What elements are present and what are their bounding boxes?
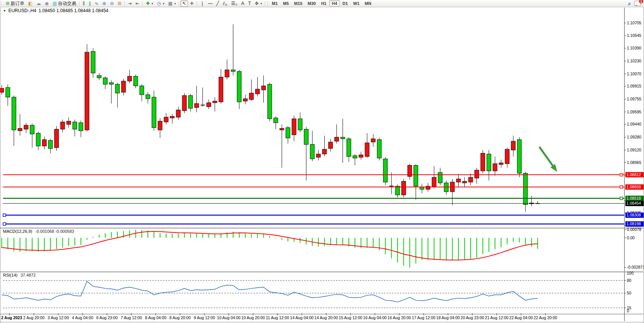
candle — [481, 153, 485, 171]
price-tag-label: 1.08308 — [626, 213, 641, 217]
chevron-down-icon[interactable]: ▾ — [151, 2, 153, 5]
sound-icon: ◉ — [45, 1, 48, 6]
price-tag-label: 1.08518 — [626, 196, 641, 200]
candle — [213, 101, 217, 103]
macd-values: -0.001068 -0.000583 — [35, 229, 74, 234]
window-bottom-strip — [0, 321, 643, 323]
timeframe-m1[interactable]: M1 — [269, 0, 280, 6]
trendline-button[interactable]: ╱ — [214, 0, 221, 7]
templates-button[interactable]: ▦▾ — [166, 0, 178, 7]
line-handle[interactable] — [620, 173, 623, 176]
line-chart-button[interactable]: ∿ — [93, 0, 100, 7]
rsi-name: RSI(14) — [3, 273, 18, 277]
search-icon[interactable]: ⌕ — [628, 0, 631, 7]
text-icon: A — [241, 1, 244, 6]
rsi-tick-label: 0 — [627, 309, 629, 313]
indicators-button[interactable]: ✚▾ — [144, 0, 155, 7]
fibonacci-button[interactable]: ☰F — [229, 0, 239, 7]
candle — [176, 110, 180, 117]
text-label-button[interactable]: T — [246, 0, 253, 7]
auto-scroll-button[interactable]: ⇤ — [134, 0, 141, 7]
time-tick-label: 6 Aug 23:00 — [96, 315, 118, 320]
time-tick-label: 14 Aug 20:00 — [314, 315, 338, 320]
cursor-button[interactable]: ↖ — [180, 0, 188, 7]
candle — [54, 129, 59, 148]
candle — [219, 77, 223, 102]
toolbar-separator — [268, 1, 268, 6]
candle — [103, 78, 107, 84]
candle — [158, 121, 162, 130]
rsi-label[interactable]: RSI(14) 37.4872 — [3, 273, 36, 277]
channel-button[interactable]: ⫽E — [221, 0, 230, 7]
line-handle[interactable] — [620, 186, 623, 188]
candle — [255, 89, 260, 94]
vertical-line-button[interactable]: ❘ — [198, 0, 206, 7]
candle — [128, 76, 132, 81]
horizontal-line-button[interactable]: ― — [206, 0, 214, 7]
time-tick-label: 8 Aug 04:00 — [145, 315, 166, 320]
price-tick-label: 1.08965 — [627, 160, 641, 165]
line-handle[interactable] — [620, 197, 623, 200]
time-tick-label: 14 Aug 04:00 — [290, 315, 314, 320]
collapse-arrow-icon[interactable]: ▼ — [3, 9, 6, 13]
zoom-in-button[interactable]: ⊕ — [100, 0, 108, 7]
text-button[interactable]: A — [239, 0, 246, 7]
time-tick-label: 10 Aug 04:00 — [217, 315, 241, 320]
bar-chart-button[interactable]: ⫼ — [81, 0, 87, 7]
chart-shift-button[interactable]: ⇥ — [126, 0, 134, 7]
chart-symbol-period: EURUSD-,H4 — [8, 8, 36, 13]
candle — [328, 142, 333, 148]
timeframe-h4[interactable]: H4 — [329, 0, 340, 6]
candle — [280, 128, 284, 130]
price-tick-label: 1.10390 — [627, 46, 641, 50]
timeframe-m15[interactable]: M15 — [292, 0, 305, 6]
toolbar-separator — [197, 1, 197, 6]
toolbar-right: ⌕ 1 — [628, 0, 644, 7]
chevron-down-icon[interactable]: ▾ — [163, 2, 164, 5]
timeframe-w1[interactable]: W1 — [351, 0, 362, 6]
profile-button[interactable]: ☁ — [34, 0, 43, 7]
timeframe-m30[interactable]: M30 — [305, 0, 318, 6]
candle — [487, 154, 491, 171]
candle — [121, 81, 126, 92]
arrow-annotation[interactable] — [539, 147, 553, 166]
chevron-down-icon[interactable]: ▾ — [260, 2, 262, 5]
line-handle[interactable] — [3, 223, 6, 225]
candle — [188, 95, 193, 108]
candle — [146, 95, 150, 99]
candle-chart-button[interactable]: ∥ — [87, 0, 93, 7]
toolbar-separator — [79, 1, 80, 6]
chart-shift-icon: ⇥ — [128, 1, 132, 6]
candle — [456, 179, 461, 182]
timeframe-h1[interactable]: H1 — [319, 0, 329, 6]
chart-title[interactable]: ▼ EURUSD-,H4 1.08450 1.08485 1.08448 1.0… — [3, 8, 108, 13]
timeframe-buttons: M1M5M15M30H1H4D1W1MN — [269, 0, 374, 6]
price-tag-label: 1.08454 — [626, 201, 641, 205]
candle — [170, 116, 174, 118]
time-tick-label: 10 Aug 20:00 — [241, 315, 265, 320]
periods-button[interactable]: ◷▾ — [155, 0, 166, 7]
arrows-button[interactable]: ✥▾ — [253, 0, 264, 7]
price-tick-label: 1.09755 — [627, 97, 641, 101]
sound-button[interactable]: ◉ — [43, 0, 50, 7]
candle — [268, 84, 272, 119]
timeframe-mn[interactable]: MN — [362, 0, 374, 6]
timeframe-d1[interactable]: D1 — [340, 0, 351, 6]
rsi-tick-label: 80 — [627, 278, 631, 283]
auto-trading-button[interactable]: ▥自动交易 — [51, 0, 78, 7]
candle — [79, 123, 83, 131]
zoom-out-button[interactable]: ⊖ — [108, 0, 116, 7]
candle — [438, 172, 442, 183]
timeframe-m5[interactable]: M5 — [281, 0, 292, 6]
chevron-down-icon[interactable]: ▾ — [174, 2, 176, 5]
line-handle[interactable] — [3, 214, 6, 216]
chat-icon[interactable]: 1 — [634, 1, 641, 6]
styler-button[interactable]: ◧ — [26, 0, 34, 7]
new-order-button[interactable]: ⊞新订单 — [4, 0, 26, 7]
tile-windows-button[interactable]: ⊞ — [116, 0, 123, 7]
main-toolbar: ⊞新订单◧☁◉▥自动交易⫼∥∿⊕⊖⊞⇥⇤✚▾◷▾▦▾↖✛❘―╱⫽E☰FAT✥▾ … — [0, 0, 644, 7]
candle — [85, 52, 89, 130]
crosshair-button[interactable]: ✛ — [188, 0, 196, 7]
candle — [134, 76, 138, 86]
macd-label[interactable]: MACD(12,26,9) -0.001068 -0.000583 — [3, 229, 74, 234]
